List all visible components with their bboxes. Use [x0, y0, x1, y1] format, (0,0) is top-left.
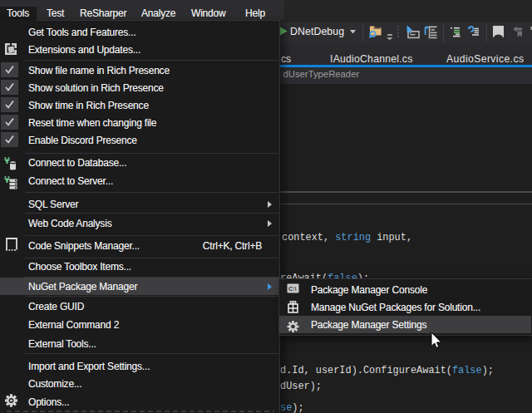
- svg-text:C:\: C:\: [288, 286, 296, 292]
